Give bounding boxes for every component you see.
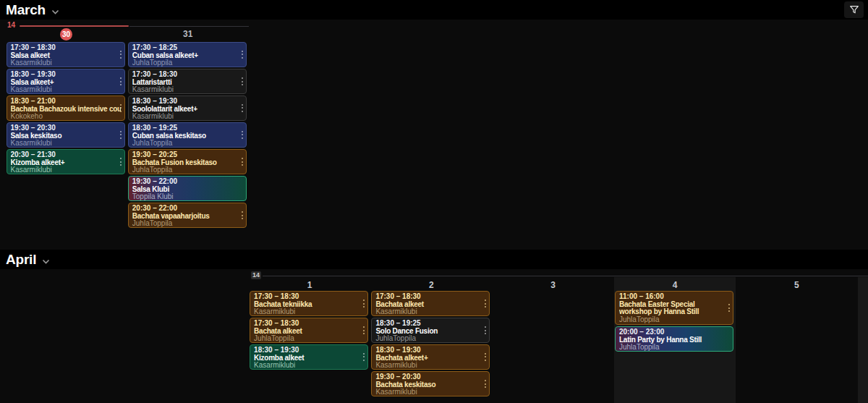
drag-handle-icon[interactable]	[242, 131, 243, 140]
event-venue: Kasarmiklubi	[375, 362, 485, 370]
event-time: 18:30 – 19:25	[375, 320, 485, 328]
event-card[interactable]: 17:30 – 18:30Bachata alkeetJuhlaToppila	[250, 318, 368, 343]
event-time: 18:30 – 19:30	[375, 347, 485, 355]
drag-handle-icon[interactable]	[728, 304, 730, 313]
day-header[interactable]: 2	[370, 279, 492, 292]
event-time: 18:30 – 19:30	[132, 98, 242, 106]
event-card[interactable]: 20:00 – 23:00Latin Party by Hanna StillJ…	[615, 326, 733, 352]
event-card[interactable]: 18:30 – 21:00Bachata Bachazouk intensive…	[7, 96, 125, 121]
event-title: Bachata tekniikka	[254, 301, 364, 309]
drag-handle-icon[interactable]	[120, 77, 122, 86]
today-badge: 30	[60, 28, 72, 41]
event-title: Latin Party by Hanna Still	[619, 336, 729, 344]
drag-handle-icon[interactable]	[485, 353, 486, 362]
event-time: 11:00 – 16:00	[619, 293, 729, 301]
drag-handle-icon[interactable]	[363, 300, 365, 308]
event-venue: Kasarmiklubi	[254, 362, 364, 370]
event-time: 17:30 – 18:30	[375, 293, 485, 301]
event-card[interactable]: 20:30 – 22:00Bachata vapaaharjoitusJuhla…	[128, 203, 247, 228]
event-card[interactable]: 11:00 – 16:00Bachata Easter Special work…	[615, 291, 733, 325]
day-header[interactable]: 1	[249, 279, 370, 292]
event-venue: JuhlaToppila	[132, 220, 242, 228]
drag-handle-icon[interactable]	[485, 380, 486, 389]
event-venue: JuhlaToppila	[132, 166, 242, 174]
event-card[interactable]: 17:30 – 18:25Cuban salsa alkeet+JuhlaTop…	[128, 42, 247, 67]
day-header[interactable]: 30	[6, 28, 127, 41]
event-time: 18:30 – 19:30	[254, 347, 364, 355]
day-header[interactable]: 5	[736, 279, 857, 292]
event-venue: Kasarmiklubi	[11, 86, 121, 94]
drag-handle-icon[interactable]	[363, 326, 365, 335]
event-time: 17:30 – 18:25	[132, 44, 242, 52]
event-time: 19:30 – 20:30	[11, 124, 121, 132]
event-card[interactable]: 19:30 – 20:30Bachata keskitasoKasarmiklu…	[371, 371, 490, 396]
event-card[interactable]: 18:30 – 19:30Kizomba alkeetKasarmiklubi	[250, 344, 368, 370]
event-card[interactable]: 18:30 – 19:30Salsa alkeet+Kasarmiklubi	[7, 69, 125, 94]
event-venue: Kasarmiklubi	[11, 140, 121, 148]
drag-handle-icon[interactable]	[242, 51, 243, 59]
event-venue: JuhlaToppila	[132, 59, 242, 67]
drag-handle-icon[interactable]	[120, 158, 122, 166]
event-card[interactable]: 20:30 – 21:30Kizomba alkeet+Kasarmiklubi	[7, 149, 125, 174]
edge-column-highlight	[858, 277, 868, 403]
month-header-band: March	[0, 0, 868, 20]
drag-handle-icon[interactable]	[120, 131, 122, 140]
event-venue: Kokokeho	[11, 113, 121, 121]
drag-handle-icon[interactable]	[363, 353, 365, 362]
event-card[interactable]: 19:30 – 20:25Bachata Fusion keskitasoJuh…	[128, 149, 247, 174]
event-time: 18:30 – 21:00	[11, 98, 121, 106]
month-title[interactable]: March	[6, 2, 46, 18]
event-title: Bachata alkeet+	[375, 355, 485, 362]
event-title: Bachata alkeet	[375, 301, 485, 309]
event-venue: JuhlaToppila	[375, 335, 485, 343]
event-venue: Kasarmiklubi	[11, 166, 121, 174]
filter-button[interactable]	[844, 1, 864, 18]
event-card[interactable]: 17:30 – 18:30LattaristarttiKasarmiklubi	[128, 69, 247, 94]
event-title: Bachata Bachazouk intensive course	[11, 106, 121, 114]
day-header[interactable]: 31	[127, 28, 249, 41]
event-time: 19:30 – 20:30	[375, 373, 485, 381]
event-title: Salsa keskitaso	[11, 132, 121, 140]
drag-handle-icon[interactable]	[242, 158, 243, 166]
event-time: 19:30 – 20:25	[132, 151, 242, 159]
day-header[interactable]: 4	[614, 279, 736, 292]
event-card[interactable]: 17:30 – 18:30Bachata tekniikkaKasarmiklu…	[250, 291, 368, 316]
drag-handle-icon[interactable]	[120, 51, 122, 59]
drag-handle-icon[interactable]	[242, 104, 243, 113]
event-venue: JuhlaToppila	[132, 140, 242, 148]
drag-handle-icon[interactable]	[242, 77, 243, 86]
event-title: Solo Dance Fusion	[375, 328, 485, 336]
event-time: 18:30 – 19:25	[132, 124, 242, 132]
event-title: Bachata Fusion keskitaso	[132, 159, 242, 167]
event-card[interactable]: 17:30 – 18:30Bachata alkeetKasarmiklubi	[371, 291, 490, 316]
event-venue: Kasarmiklubi	[132, 113, 242, 121]
event-card[interactable]: 18:30 – 19:25Cuban salsa keskitasoJuhlaT…	[128, 122, 247, 148]
event-title: Bachata vapaaharjoitus	[132, 213, 242, 221]
event-card[interactable]: 17:30 – 18:30Salsa alkeetKasarmiklubi	[7, 42, 125, 67]
day-header[interactable]: 3	[493, 279, 614, 292]
event-title: Bachata Easter Special workshop by Hanna…	[619, 301, 729, 316]
month-title[interactable]: April	[6, 252, 36, 268]
day-column: 17:30 – 18:25Cuban salsa alkeet+JuhlaTop…	[128, 42, 247, 228]
event-time: 20:30 – 21:30	[11, 151, 121, 159]
event-venue: JuhlaToppila	[619, 344, 729, 352]
drag-handle-icon[interactable]	[485, 326, 486, 335]
event-time: 17:30 – 18:30	[132, 71, 242, 79]
drag-handle-icon[interactable]	[242, 211, 243, 220]
event-time: 17:30 – 18:30	[11, 44, 121, 52]
event-card[interactable]: 18:30 – 19:30Soololattarit alkeet+Kasarm…	[128, 96, 247, 121]
drag-handle-icon[interactable]	[120, 104, 122, 113]
event-title: Kizomba alkeet	[254, 355, 364, 362]
day-column: 17:30 – 18:30Bachata alkeetKasarmiklubi1…	[371, 291, 490, 396]
chevron-down-icon[interactable]	[42, 254, 50, 267]
event-card[interactable]: 18:30 – 19:30Bachata alkeet+Kasarmiklubi	[371, 344, 490, 370]
event-card[interactable]: 18:30 – 19:25Solo Dance FusionJuhlaToppi…	[371, 318, 490, 343]
event-title: Kizomba alkeet+	[11, 159, 121, 167]
event-card[interactable]: 19:30 – 22:00Salsa KlubiToppila Klubi	[128, 176, 247, 201]
event-time: 20:30 – 22:00	[132, 205, 242, 213]
event-card[interactable]: 19:30 – 20:30Salsa keskitasoKasarmiklubi	[7, 122, 125, 148]
chevron-down-icon[interactable]	[51, 4, 59, 17]
event-venue: Kasarmiklubi	[132, 86, 242, 94]
event-title: Salsa Klubi	[132, 186, 242, 194]
drag-handle-icon[interactable]	[485, 300, 486, 308]
